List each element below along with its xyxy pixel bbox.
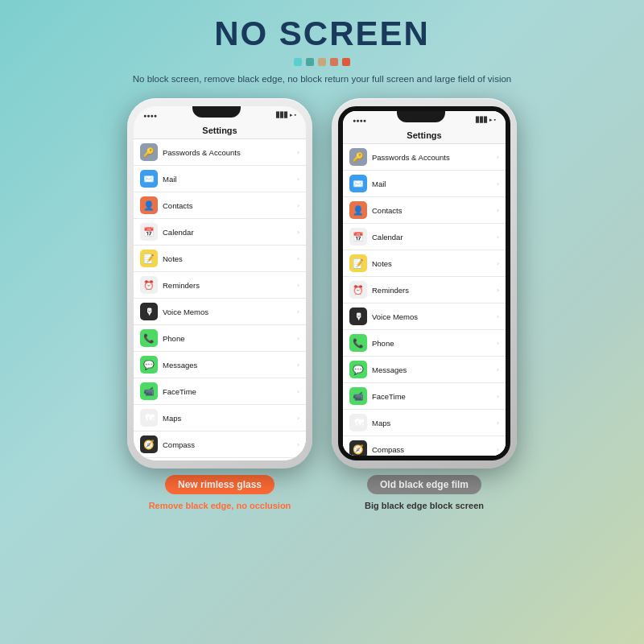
chevron-icon: › bbox=[297, 361, 299, 369]
phone1-screen: ●●●● ▊▊▊ ▸ ▪ Settings 🔑Passwords & Accou… bbox=[134, 106, 306, 460]
item-label: Notes bbox=[372, 259, 492, 268]
app-icon: 📝 bbox=[349, 254, 367, 272]
item-label: Maps bbox=[163, 414, 292, 423]
phone2-container: ●●●● ▊▊▊ ▸ ▪ Settings 🔑Passwords & Accou… bbox=[332, 98, 517, 469]
item-label: Phone bbox=[372, 339, 492, 348]
chevron-icon: › bbox=[297, 308, 299, 316]
list-item[interactable]: 🔑Passwords & Accounts› bbox=[343, 144, 506, 171]
chevron-icon: › bbox=[497, 366, 499, 374]
list-item[interactable]: 🗺Maps› bbox=[134, 405, 306, 431]
item-label: Messages bbox=[372, 365, 492, 374]
list-item[interactable]: 📐Measure› bbox=[134, 458, 306, 460]
app-icon: 💬 bbox=[140, 356, 158, 374]
item-label: Voice Memos bbox=[372, 312, 492, 321]
subtitle: No block screen, remove black edge, no b… bbox=[133, 72, 511, 85]
chevron-icon: › bbox=[497, 446, 499, 453]
list-item[interactable]: 📝Notes› bbox=[343, 250, 506, 277]
list-item[interactable]: 📅Calendar› bbox=[134, 219, 306, 246]
color-dots-row bbox=[294, 58, 350, 66]
app-icon: 📝 bbox=[140, 250, 158, 267]
item-label: Calendar bbox=[372, 233, 492, 242]
phone1-shell: ●●●● ▊▊▊ ▸ ▪ Settings 🔑Passwords & Accou… bbox=[127, 98, 312, 469]
color-dot bbox=[294, 58, 302, 66]
item-label: Mail bbox=[372, 180, 492, 188]
list-item[interactable]: ✉️Mail› bbox=[134, 166, 306, 192]
phone2-wrapper: ●●●● ▊▊▊ ▸ ▪ Settings 🔑Passwords & Accou… bbox=[332, 98, 517, 510]
app-icon: ✉️ bbox=[349, 175, 367, 192]
chevron-icon: › bbox=[497, 287, 499, 294]
app-icon: 🗺 bbox=[140, 409, 158, 427]
app-icon: 🎙 bbox=[140, 303, 158, 320]
app-icon: 🗺 bbox=[349, 414, 367, 431]
app-icon: 🧭 bbox=[140, 436, 158, 453]
item-label: Passwords & Accounts bbox=[163, 148, 292, 157]
item-label: Reminders bbox=[163, 281, 292, 290]
app-icon: 🔑 bbox=[140, 143, 158, 161]
color-dot bbox=[318, 58, 326, 66]
color-dot bbox=[306, 58, 314, 66]
chevron-icon: › bbox=[297, 149, 299, 156]
phone1-wrapper: ●●●● ▊▊▊ ▸ ▪ Settings 🔑Passwords & Accou… bbox=[127, 98, 312, 510]
phone2-notch bbox=[397, 111, 445, 122]
phone1-caption: Remove black edge, no occlusion bbox=[149, 501, 291, 510]
list-item[interactable]: 📞Phone› bbox=[134, 325, 306, 352]
chevron-icon: › bbox=[297, 282, 299, 289]
app-icon: ⏰ bbox=[140, 276, 158, 294]
phone2-settings-list: 🔑Passwords & Accounts›✉️Mail›👤Contacts›📅… bbox=[343, 143, 506, 460]
app-icon: ✉️ bbox=[140, 170, 158, 188]
app-icon: 🎙 bbox=[349, 308, 367, 325]
headline: NO SCREEN bbox=[214, 14, 430, 53]
item-label: Calendar bbox=[163, 228, 292, 237]
chevron-icon: › bbox=[297, 202, 299, 209]
list-item[interactable]: 📹FaceTime› bbox=[343, 383, 506, 410]
item-label: Notes bbox=[163, 254, 292, 263]
phone1-container: ●●●● ▊▊▊ ▸ ▪ Settings 🔑Passwords & Accou… bbox=[127, 98, 312, 469]
chevron-icon: › bbox=[297, 388, 299, 395]
list-item[interactable]: ⏰Reminders› bbox=[134, 272, 306, 299]
phones-comparison-row: ●●●● ▊▊▊ ▸ ▪ Settings 🔑Passwords & Accou… bbox=[127, 98, 517, 510]
chevron-icon: › bbox=[497, 233, 499, 241]
chevron-icon: › bbox=[297, 229, 299, 236]
app-icon: 📹 bbox=[140, 382, 158, 400]
chevron-icon: › bbox=[297, 175, 299, 183]
phone1-badge: New rimless glass bbox=[165, 475, 275, 494]
list-item[interactable]: 💬Messages› bbox=[343, 357, 506, 383]
list-item[interactable]: 💬Messages› bbox=[134, 352, 306, 378]
app-icon: 🧭 bbox=[349, 440, 367, 458]
phone1-notch bbox=[192, 106, 241, 118]
list-item[interactable]: 📅Calendar› bbox=[343, 224, 506, 250]
list-item[interactable]: 👤Contacts› bbox=[343, 197, 506, 224]
list-item[interactable]: 📹FaceTime› bbox=[134, 378, 306, 405]
phone2-screen: ●●●● ▊▊▊ ▸ ▪ Settings 🔑Passwords & Accou… bbox=[338, 106, 510, 460]
list-item[interactable]: 🧭Compass› bbox=[343, 436, 506, 460]
list-item[interactable]: 🎙Voice Memos› bbox=[134, 299, 306, 325]
item-label: Messages bbox=[163, 361, 292, 369]
phone1-status-bar: ●●●● ▊▊▊ ▸ ▪ bbox=[134, 106, 306, 122]
item-label: Compass bbox=[372, 445, 492, 454]
chevron-icon: › bbox=[497, 313, 499, 320]
list-item[interactable]: 🗺Maps› bbox=[343, 410, 506, 436]
color-dot bbox=[342, 58, 350, 66]
app-icon: 📞 bbox=[140, 329, 158, 347]
item-label: Compass bbox=[163, 440, 292, 449]
list-item[interactable]: 🎙Voice Memos› bbox=[343, 303, 506, 330]
chevron-icon: › bbox=[497, 207, 499, 214]
item-label: Contacts bbox=[372, 206, 492, 215]
item-label: FaceTime bbox=[372, 392, 492, 401]
color-dot bbox=[330, 58, 338, 66]
item-label: Passwords & Accounts bbox=[372, 153, 492, 162]
phone2-caption: Big black edge block screen bbox=[365, 501, 484, 510]
item-label: Maps bbox=[372, 419, 492, 427]
list-item[interactable]: 🧭Compass› bbox=[134, 431, 306, 458]
app-icon: 📅 bbox=[140, 223, 158, 241]
phone2-shell: ●●●● ▊▊▊ ▸ ▪ Settings 🔑Passwords & Accou… bbox=[332, 98, 517, 469]
list-item[interactable]: ✉️Mail› bbox=[343, 171, 506, 197]
item-label: Voice Memos bbox=[163, 308, 292, 316]
list-item[interactable]: 🔑Passwords & Accounts› bbox=[134, 139, 306, 166]
phone2-settings-title: Settings bbox=[343, 127, 506, 143]
list-item[interactable]: 📞Phone› bbox=[343, 330, 506, 357]
list-item[interactable]: ⏰Reminders› bbox=[343, 277, 506, 303]
list-item[interactable]: 📝Notes› bbox=[134, 246, 306, 272]
list-item[interactable]: 👤Contacts› bbox=[134, 192, 306, 219]
item-label: FaceTime bbox=[163, 387, 292, 396]
